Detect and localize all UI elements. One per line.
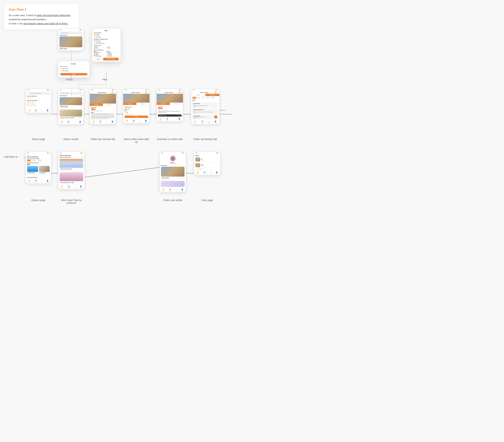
nav-likes[interactable]: ♡Likes [41, 110, 43, 112]
dest-puerto[interactable]: 📍Puerto Vallarta [27, 103, 50, 105]
tab-overview-snack[interactable]: Overview [157, 103, 170, 105]
nav-my-trips-ex[interactable]: ✈️My Trips [35, 180, 37, 183]
tab-itinerary[interactable]: Itinerary [103, 104, 116, 106]
day3-tab[interactable]: Day 3 [201, 97, 206, 99]
list-option-all[interactable]: All [125, 110, 148, 111]
nav-my-trips[interactable]: ✈️My Trips [35, 110, 37, 112]
nav-explore-lk[interactable]: 🧭Explore [197, 171, 199, 174]
tab-outdoor[interactable]: Outdoor [31, 160, 37, 162]
nav-profile-r[interactable]: 👤Profile [79, 121, 81, 124]
nav-likes-sn[interactable]: ♡Likes [172, 118, 174, 121]
filter-2-5[interactable]: 2-5 members [94, 41, 119, 43]
tab-it-itin[interactable]: Itinerary [205, 94, 219, 96]
nav-profile-ml[interactable]: 👤Profile [80, 186, 82, 189]
nav-profile-sn[interactable]: 👤Profile [178, 118, 180, 121]
nav-profile-pr[interactable]: 👤Profile [181, 189, 183, 192]
sort-option-recent[interactable]: Most Recent [60, 70, 88, 72]
share-icon-save[interactable]: ⬆️ [145, 92, 147, 93]
like-icon-snack[interactable]: ♥ [181, 92, 182, 93]
nav-my-trips-lk[interactable]: ✈️My Trips [203, 171, 206, 174]
nav-my-trips-sv[interactable]: ✈️My Trips [132, 120, 135, 123]
tab-all-explore[interactable]: All [27, 164, 30, 165]
activity-piazza[interactable]: Piazza Navona Notes Incredible square wi… [192, 102, 218, 108]
filter-fall[interactable]: Fall [107, 46, 119, 47]
back-icon-save[interactable]: ← [125, 92, 126, 93]
nav-explore-sv[interactable]: 🧭Explore [126, 120, 128, 123]
filter-sort-icon[interactable]: ⚙️ [81, 95, 82, 96]
nav-profile-it[interactable]: 👤Profile [214, 121, 216, 124]
share-icon[interactable]: ⬆️ [112, 92, 113, 93]
filter-shopping[interactable]: Shopping [107, 53, 119, 54]
nav-explore-pr[interactable]: 🧭Explore [162, 189, 165, 192]
sheet-close[interactable]: × [147, 106, 148, 108]
top-sort-icon[interactable]: ⚙️ [81, 35, 82, 36]
tab-overview-save[interactable]: Overview [123, 103, 136, 105]
filter-over5[interactable]: Over 5 trip members [94, 43, 119, 44]
like-cherry[interactable]: ♡ [81, 182, 82, 183]
sort-close[interactable]: × [60, 63, 61, 65]
day1-tab[interactable]: Day 1 [192, 97, 196, 99]
nav-my-trips-r[interactable]: ✈️My Trips [67, 121, 70, 124]
see-all[interactable]: see all [79, 117, 81, 118]
undo-button[interactable]: UNDO [178, 115, 180, 116]
nav-profile-ov[interactable]: 👤Profile [111, 121, 114, 124]
sort-option-liked[interactable]: Most Liked [60, 68, 88, 69]
nav-likes-lk[interactable]: ♥Likes [210, 171, 212, 174]
explore-card-paris[interactable]: Paris and More 12 days, 3 members [39, 166, 50, 176]
top-search-bar[interactable]: 🔍 Rome, Italy × [59, 32, 82, 34]
nav-likes-ov[interactable]: ♡Likes [106, 121, 107, 124]
nav-my-trips-it[interactable]: ✈️My Trips [201, 121, 204, 124]
nav-profile-ex[interactable]: 👤Profile [46, 180, 49, 183]
nav-explore-ex[interactable]: 🧭Explore [28, 180, 31, 183]
create-new-list-likes[interactable]: + Create New List [195, 168, 219, 170]
nav-my-trips-sn[interactable]: ✈️My Trips [165, 118, 168, 121]
filter-clear-button[interactable]: Clear [94, 58, 102, 60]
filter-1-3[interactable]: 1-3 days [94, 34, 119, 35]
nav-profile[interactable]: 👤Profile [46, 110, 49, 112]
nav-explore-it[interactable]: 🧭Explore [194, 121, 197, 124]
filter-winter[interactable]: Winter [107, 48, 119, 49]
tab-itinerary-snack[interactable]: Itinerary [170, 103, 183, 105]
day4-tab[interactable]: Day 4 [206, 97, 210, 99]
profile-trip-card[interactable]: Week in Rome 5 days, 4 members on ♥ [161, 166, 185, 180]
likes-italy-row[interactable]: Italy 8 liked trips [195, 163, 219, 168]
day5-tab[interactable]: Day 5 [211, 97, 215, 99]
result-card-florence[interactable]: Florence, Rome, and Venice see all [59, 110, 82, 119]
filter-see-results-button[interactable]: See 112 Results [103, 58, 119, 60]
filter-attractions[interactable]: Attractions [107, 55, 119, 55]
nav-my-trips-pr[interactable]: ✈️My Trips [168, 189, 171, 192]
filter-close[interactable]: × [94, 30, 95, 31]
sort-apply-button[interactable]: Apply [60, 73, 88, 75]
day2-tab[interactable]: Day 2 [197, 97, 201, 99]
filter-3-7[interactable]: 3-7 days [94, 35, 119, 37]
dest-rome[interactable]: 📍Rome, Italy [27, 102, 50, 103]
nav-likes-pr[interactable]: ♡Likes [175, 189, 177, 192]
filter-concert[interactable]: Concert/theater [94, 56, 106, 57]
sort-option-top[interactable]: Top Match [60, 66, 88, 67]
explore-card-cancun[interactable]: Cancun Getaway 5 days, 2 members ♡ [27, 166, 38, 176]
like-icon-overview[interactable]: ♡ [114, 92, 115, 93]
result-card-rome[interactable]: Week in Rome 5 days, 2 members ♡ [59, 97, 82, 109]
like-top-rome[interactable]: ♡ [81, 48, 82, 50]
like-icon-1[interactable]: ♡ [80, 106, 81, 108]
tab-nightlife[interactable]: Nightlife [37, 160, 42, 162]
nav-likes-ex[interactable]: ♡Likes [41, 180, 43, 183]
tab-itinerary-save[interactable]: Itinerary [136, 103, 150, 105]
back-icon-snack[interactable]: ← [158, 92, 159, 93]
like-icon-save[interactable]: ♥ [147, 92, 148, 93]
nav-explore[interactable]: 🧭Explore [28, 110, 31, 112]
dest-sydney[interactable]: 📍Sydney, Australia [27, 105, 50, 106]
create-new-list[interactable]: + Create New List [125, 114, 148, 115]
filter-museum[interactable]: Museum [94, 55, 106, 55]
nav-likes-ml[interactable]: ♡Likes [74, 186, 76, 189]
activity-trevi[interactable]: Trevi Fountain Get there before the afte… [192, 115, 218, 119]
nav-explore-sn[interactable]: 🧭Explore [159, 118, 162, 121]
filter-sightseeing[interactable]: Sightseeing [94, 52, 106, 53]
nav-likes-sv[interactable]: ♡Likes [139, 120, 141, 123]
filter-dining[interactable]: Dining [107, 51, 119, 52]
share-icon-itin[interactable]: ⬆️ [215, 92, 216, 93]
nav-profile-sv[interactable]: 👤Profile [145, 120, 147, 123]
filter-icon-ml[interactable]: ⚙️ [82, 157, 83, 158]
nav-explore-r[interactable]: 🧭Explore [60, 121, 63, 124]
search-results-bar[interactable]: 🔍 Rome, Italy × [59, 92, 82, 94]
